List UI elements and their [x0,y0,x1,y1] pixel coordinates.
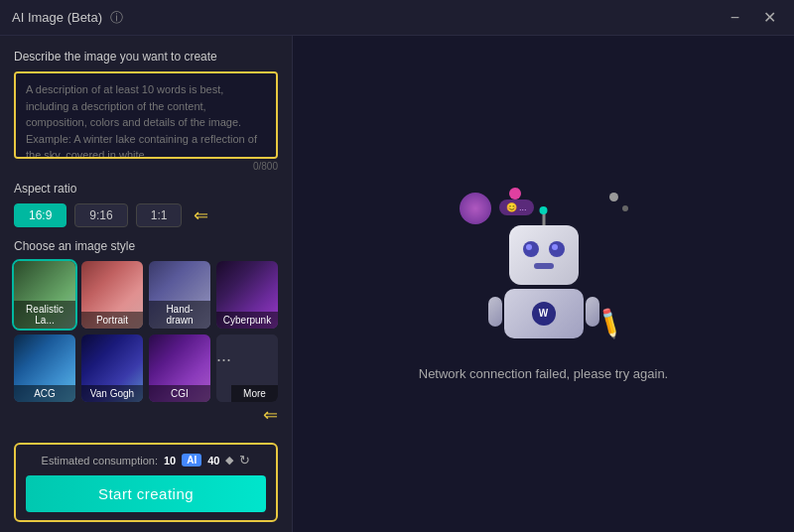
aspect-buttons: 16:9 9:16 1:1 ⇐ [14,203,278,227]
consumption-label: Estimated consumption: [42,455,158,466]
style-grid: Realistic La... Portrait Hand-drawn Cybe… [14,261,278,402]
robot-arm-right [586,297,599,327]
robot-mouth [534,263,554,269]
image-style-section: Choose an image style Realistic La... Po… [14,239,278,426]
robot-eyes [523,241,565,257]
style-arrow-row: ⇐ [14,404,278,426]
aspect-btn-1-1[interactable]: 1:1 [136,203,183,227]
bottom-section: Estimated consumption: 10 AI 40 ◆ ↻ Star… [14,443,278,522]
description-label: Describe the image you want to create [14,50,278,64]
more-dots-icon: ··· [216,334,231,402]
style-label-handdrawn: Hand-drawn [149,301,210,329]
refresh-icon[interactable]: ↻ [239,453,250,467]
style-item-more[interactable]: ··· More [216,334,278,402]
robot-antenna [542,211,545,225]
style-item-acg[interactable]: ACG [14,334,75,402]
window-controls: − ✕ [725,6,782,29]
credits-num: 40 [207,455,219,466]
title-bar-left: AI Image (Beta) ⓘ [12,9,123,27]
style-arrow-icon: ⇐ [263,404,278,426]
small-orb [609,193,618,201]
consumption-value: 10 [164,455,176,466]
aspect-ratio-label: Aspect ratio [14,182,278,196]
robot-head [509,225,579,285]
robot-illustration: 😊 ... W [445,188,643,346]
tiny-orb [622,205,628,211]
orb-purple [460,193,491,224]
style-label-vangogh: Van Gogh [81,385,143,402]
app-title: AI Image (Beta) [12,10,102,25]
ai-badge: AI [182,454,201,466]
style-label-cyberpunk: Cyberpunk [216,312,278,329]
aspect-btn-9-16[interactable]: 9:16 [74,203,127,227]
style-item-portrait[interactable]: Portrait [81,261,143,329]
minimize-button[interactable]: − [725,7,745,29]
main-container: Describe the image you want to create 0/… [0,36,794,532]
robot-eye-left [523,241,539,257]
style-item-realistic[interactable]: Realistic La... [14,261,75,329]
aspect-ratio-section: Aspect ratio 16:9 9:16 1:1 ⇐ [14,182,278,227]
right-panel: 😊 ... W [293,36,794,532]
style-item-cyberpunk[interactable]: Cyberpunk [216,261,278,329]
close-button[interactable]: ✕ [757,6,782,29]
aspect-arrow-icon: ⇐ [194,204,208,226]
title-bar: AI Image (Beta) ⓘ − ✕ [0,0,794,36]
error-message: Network connection failed, please try ag… [419,366,668,381]
robot-logo: W [532,302,556,326]
robot-arm-left [488,297,502,327]
consumption-row: Estimated consumption: 10 AI 40 ◆ ↻ [26,453,266,467]
info-icon[interactable]: ⓘ [110,9,123,27]
style-label: Choose an image style [14,239,278,253]
aspect-btn-16-9[interactable]: 16:9 [14,203,66,227]
robot-torso: W [504,289,584,338]
robot-body: W [504,225,584,338]
style-label-acg: ACG [14,385,75,402]
description-textarea[interactable] [14,71,278,159]
char-count: 0/800 [14,161,278,172]
style-item-cgi[interactable]: CGI [149,334,210,402]
style-label-portrait: Portrait [81,312,143,329]
speech-bubble: 😊 ... [499,200,534,215]
robot-face [523,241,565,269]
style-label-realistic: Realistic La... [14,301,75,329]
style-label-more: More [231,385,278,402]
style-item-handdrawn[interactable]: Hand-drawn [149,261,210,329]
style-item-vangogh[interactable]: Van Gogh [81,334,143,402]
robot-eye-right [549,241,565,257]
style-label-cgi: CGI [149,385,210,402]
left-panel: Describe the image you want to create 0/… [0,36,293,532]
orb-pink [509,188,521,200]
start-creating-button[interactable]: Start creating [26,475,266,512]
diamond-icon: ◆ [225,454,233,466]
